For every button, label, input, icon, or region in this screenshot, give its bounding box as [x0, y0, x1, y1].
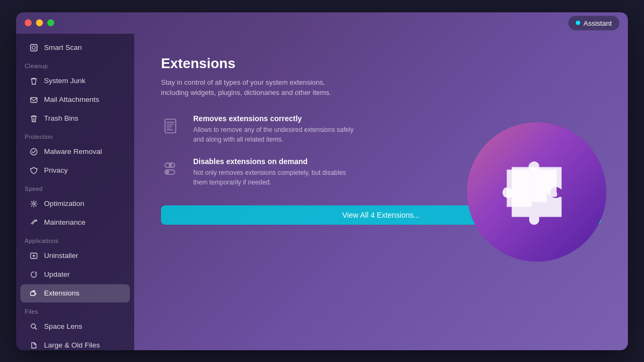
- updater-label: Updater: [44, 270, 70, 278]
- sidebar-item-system-junk[interactable]: System Junk: [20, 72, 130, 90]
- sidebar-item-updater[interactable]: Updater: [20, 265, 130, 284]
- disables-demand-text: Disables extensions on demand Not only r…: [193, 157, 354, 187]
- illustration-area: [467, 122, 606, 262]
- svg-point-18: [166, 170, 169, 173]
- svg-point-16: [169, 164, 172, 167]
- smart-scan-icon: [29, 43, 39, 53]
- page-title: Extensions: [161, 55, 601, 72]
- sidebar-item-privacy[interactable]: Privacy: [20, 161, 130, 180]
- optimization-icon: [29, 199, 39, 209]
- system-junk-label: System Junk: [44, 77, 85, 85]
- space-lens-label: Space Lens: [44, 322, 82, 330]
- svg-rect-0: [31, 45, 37, 51]
- sidebar: Smart Scan Cleanup System Junk: [16, 34, 134, 350]
- privacy-label: Privacy: [44, 166, 68, 174]
- sidebar-item-mail-attachments[interactable]: Mail Attachments: [20, 91, 130, 109]
- removes-correctly-desc: Allows to remove any of the undesired ex…: [193, 125, 354, 144]
- assistant-dot: [576, 21, 580, 25]
- malware-removal-label: Malware Removal: [44, 147, 102, 156]
- illustration-circle: [467, 122, 606, 262]
- assistant-label: Assistant: [583, 19, 612, 27]
- uninstaller-label: Uninstaller: [44, 252, 78, 260]
- updater-icon: [29, 270, 39, 279]
- titlebar: Assistant: [16, 12, 628, 34]
- large-old-files-label: Large & Old Files: [44, 341, 100, 349]
- content-area: Smart Scan Cleanup System Junk: [16, 34, 628, 350]
- disables-demand-icon-box: [161, 157, 185, 181]
- sidebar-section-applications: Applications: [16, 232, 134, 246]
- privacy-icon: [29, 166, 39, 175]
- disables-demand-heading: Disables extensions on demand: [193, 157, 354, 166]
- space-lens-icon: [29, 322, 39, 331]
- sidebar-item-smart-scan[interactable]: Smart Scan: [20, 39, 130, 57]
- maintenance-icon: [29, 218, 39, 227]
- sidebar-item-malware-removal[interactable]: Malware Removal: [20, 143, 130, 161]
- maintenance-label: Maintenance: [44, 218, 85, 226]
- extensions-label: Extensions: [44, 289, 79, 297]
- close-button[interactable]: [25, 19, 32, 26]
- maximize-button[interactable]: [47, 19, 54, 26]
- extensions-icon: [29, 289, 39, 298]
- sidebar-section-protection: Protection: [16, 128, 134, 142]
- traffic-lights: [25, 19, 54, 26]
- page-subtitle: Stay in control of all types of your sys…: [161, 77, 343, 98]
- removes-correctly-heading: Removes extensions correctly: [193, 114, 354, 123]
- malware-removal-icon: [29, 147, 39, 157]
- disables-demand-desc: Not only removes extensions completely, …: [193, 168, 354, 187]
- sidebar-section-cleanup: Cleanup: [16, 57, 134, 71]
- assistant-button[interactable]: Assistant: [568, 16, 619, 30]
- sidebar-smart-scan-label: Smart Scan: [44, 43, 82, 51]
- sidebar-item-trash-bins[interactable]: Trash Bins: [20, 109, 130, 128]
- sidebar-item-optimization[interactable]: Optimization: [20, 195, 130, 213]
- svg-rect-2: [31, 98, 37, 102]
- svg-point-1: [32, 46, 35, 49]
- trash-bins-icon: [29, 114, 39, 123]
- app-window: Assistant Smart Scan Cleanup: [16, 12, 628, 350]
- optimization-label: Optimization: [44, 200, 84, 208]
- sidebar-item-space-lens[interactable]: Space Lens: [20, 317, 130, 336]
- minimize-button[interactable]: [36, 19, 43, 26]
- removes-correctly-icon-box: [161, 114, 185, 138]
- mail-attachments-label: Mail Attachments: [44, 95, 99, 104]
- large-old-files-icon: [29, 341, 39, 350]
- sidebar-section-speed: Speed: [16, 180, 134, 194]
- trash-bins-label: Trash Bins: [44, 114, 78, 122]
- svg-point-3: [31, 149, 37, 155]
- removes-correctly-text: Removes extensions correctly Allows to r…: [193, 114, 354, 144]
- mail-attachments-icon: [29, 95, 39, 105]
- sidebar-item-extensions[interactable]: Extensions: [20, 284, 130, 302]
- sidebar-section-files: Files: [16, 303, 134, 317]
- svg-rect-6: [31, 292, 35, 295]
- sidebar-item-uninstaller[interactable]: Uninstaller: [20, 247, 130, 265]
- main-content: Extensions Stay in control of all types …: [134, 34, 628, 350]
- puzzle-icon: [496, 157, 577, 227]
- uninstaller-icon: [29, 251, 39, 261]
- system-junk-icon: [29, 76, 39, 86]
- sidebar-item-large-old-files[interactable]: Large & Old Files: [20, 336, 130, 350]
- svg-point-4: [33, 203, 35, 205]
- sidebar-item-maintenance[interactable]: Maintenance: [20, 213, 130, 232]
